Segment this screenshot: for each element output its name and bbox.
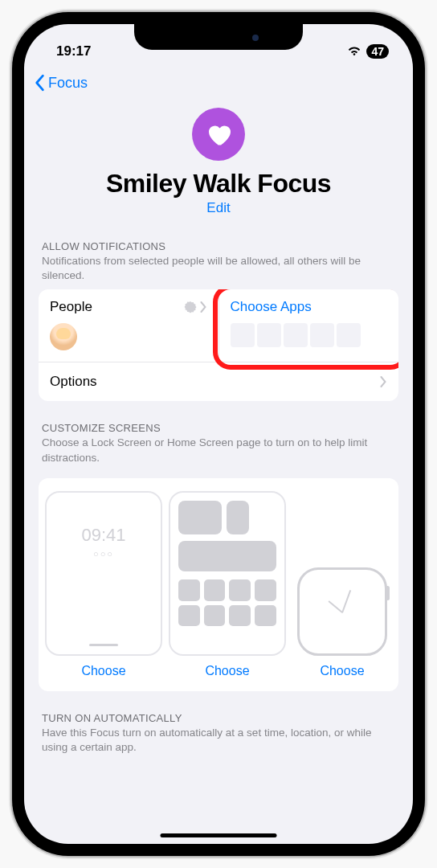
home-indicator[interactable] <box>161 833 277 837</box>
chevron-right-icon <box>200 301 207 313</box>
content: Smiley Walk Focus Edit ALLOW NOTIFICATIO… <box>24 100 413 831</box>
notifications-card: People Choose Apps <box>39 289 398 401</box>
hero: Smiley Walk Focus Edit <box>39 108 398 216</box>
chevron-right-icon <box>380 376 387 387</box>
homescreen-preview <box>169 491 286 656</box>
app-slot <box>284 323 308 347</box>
people-label: People <box>50 299 92 315</box>
status-time: 19:17 <box>56 43 91 59</box>
focus-title: Smiley Walk Focus <box>39 169 398 199</box>
options-label: Options <box>50 374 97 390</box>
options-row[interactable]: Options <box>39 362 398 401</box>
app-slot <box>310 323 334 347</box>
back-label: Focus <box>48 75 88 92</box>
lockscreen-option[interactable]: 09:41 ○○○ Choose <box>45 491 162 678</box>
allow-notifications-subtitle: Notifications from selected people will … <box>39 252 398 289</box>
app-slot <box>337 323 361 347</box>
back-button[interactable]: Focus <box>34 74 88 92</box>
screens-row: 09:41 ○○○ Choose Choose <box>45 491 392 678</box>
people-indicator <box>184 301 207 313</box>
lockscreen-preview: 09:41 ○○○ <box>45 491 162 656</box>
customize-screens-header: CUSTOMIZE SCREENS <box>39 422 398 434</box>
app-slot <box>257 323 281 347</box>
auto-header: TURN ON AUTOMATICALLY <box>39 712 398 724</box>
lock-widgets: ○○○ <box>47 549 161 559</box>
battery-badge: 47 <box>366 44 389 59</box>
chevron-left-icon <box>34 74 45 92</box>
homescreen-option[interactable]: Choose <box>169 491 286 678</box>
phone-frame: 19:17 47 Focus Smiley Walk Focus Edit AL… <box>12 12 425 856</box>
watch-hand-icon <box>328 600 342 613</box>
auto-subtitle: Have this Focus turn on automatically at… <box>39 724 398 761</box>
focus-heart-icon <box>192 108 245 161</box>
app-slot <box>231 323 255 347</box>
watch-option[interactable]: Choose <box>292 567 392 678</box>
person-avatar <box>50 323 77 350</box>
choose-homescreen[interactable]: Choose <box>169 664 286 678</box>
customize-screens-subtitle: Choose a Lock Screen or Home Screen page… <box>39 434 398 471</box>
home-indicator-icon <box>89 644 118 646</box>
choose-apps-label: Choose Apps <box>231 299 312 315</box>
notch <box>134 24 303 50</box>
screen: 19:17 47 Focus Smiley Walk Focus Edit AL… <box>24 24 413 844</box>
allow-notifications-header: ALLOW NOTIFICATIONS <box>39 240 398 252</box>
checkmark-seal-icon <box>184 301 197 313</box>
people-cell[interactable]: People <box>39 289 218 362</box>
notifications-row: People Choose Apps <box>39 289 398 362</box>
nav-bar: Focus <box>24 64 413 100</box>
wifi-icon <box>347 46 361 57</box>
watch-preview <box>297 567 387 656</box>
lock-time: 09:41 <box>47 525 161 546</box>
screens-card: 09:41 ○○○ Choose Choose <box>39 478 398 691</box>
choose-watch[interactable]: Choose <box>292 664 392 678</box>
edit-button[interactable]: Edit <box>206 200 230 216</box>
watch-hand-icon <box>341 590 351 613</box>
status-right: 47 <box>347 44 389 59</box>
choose-lockscreen[interactable]: Choose <box>45 664 162 678</box>
app-slots <box>231 323 388 347</box>
apps-cell[interactable]: Choose Apps <box>218 289 399 362</box>
